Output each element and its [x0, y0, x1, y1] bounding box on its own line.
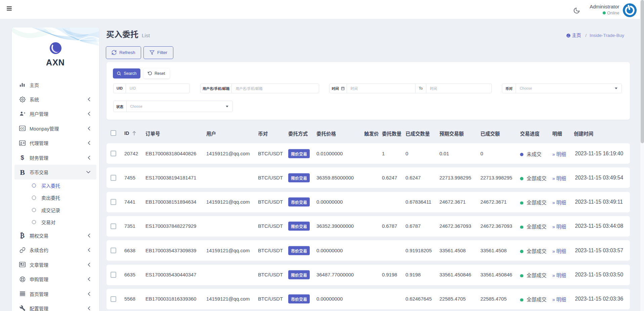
svg-text:CC: CC	[20, 127, 24, 130]
